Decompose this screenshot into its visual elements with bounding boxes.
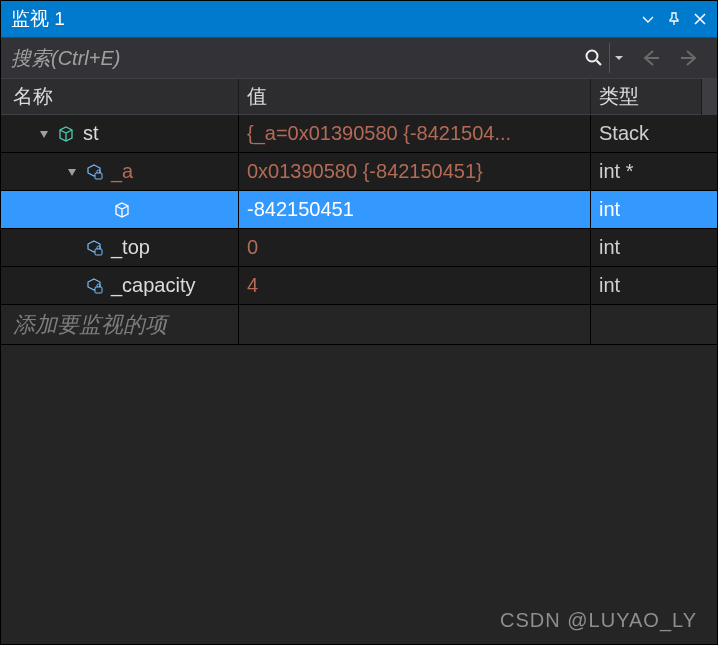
type-cell: int	[591, 191, 717, 228]
table-row[interactable]: st{_a=0x01390580 {-8421504...Stack	[1, 115, 717, 153]
scrollbar-stub[interactable]	[701, 79, 717, 115]
name-cell[interactable]: _capacity	[1, 267, 239, 304]
name-cell[interactable]: _a	[1, 153, 239, 190]
close-button[interactable]	[689, 8, 711, 30]
svg-rect-3	[95, 287, 102, 293]
svg-point-0	[587, 51, 598, 62]
pin-button[interactable]	[663, 8, 685, 30]
search-bar	[1, 37, 717, 79]
expander-icon[interactable]	[63, 163, 81, 181]
table-row[interactable]: _top0int	[1, 229, 717, 267]
type-cell: int	[591, 267, 717, 304]
object-cube-icon	[55, 123, 77, 145]
grid-container: 名称 值 类型 st{_a=0x01390580 {-8421504...Sta…	[1, 79, 717, 345]
name-label: _top	[111, 236, 150, 259]
add-item-label[interactable]: 添加要监视的项	[1, 305, 239, 344]
name-cell[interactable]: _top	[1, 229, 239, 266]
type-cell: int *	[591, 153, 717, 190]
expander-none	[63, 239, 81, 257]
table-row[interactable]: -842150451int	[1, 191, 717, 229]
field-lock-icon	[83, 161, 105, 183]
expander-icon[interactable]	[35, 125, 53, 143]
watermark: CSDN @LUYAO_LY	[500, 609, 697, 632]
name-label: _capacity	[111, 274, 196, 297]
watch-panel: 监视 1 名称 值 类型 st{_a=	[0, 0, 718, 645]
search-input[interactable]	[11, 47, 579, 70]
value-cell[interactable]: {_a=0x01390580 {-8421504...	[239, 115, 591, 152]
name-label: st	[83, 122, 99, 145]
add-item-row[interactable]: 添加要监视的项	[1, 305, 717, 345]
type-cell: Stack	[591, 115, 717, 152]
value-cell[interactable]: 0x01390580 {-842150451}	[239, 153, 591, 190]
table-row[interactable]: _a0x01390580 {-842150451}int *	[1, 153, 717, 191]
search-button[interactable]	[579, 43, 609, 73]
value-cell[interactable]: 0	[239, 229, 591, 266]
title-bar: 监视 1	[1, 1, 717, 37]
search-dropdown[interactable]	[609, 43, 627, 73]
column-header-type[interactable]: 类型	[591, 79, 717, 114]
column-header-name[interactable]: 名称	[1, 79, 239, 114]
svg-rect-2	[95, 249, 102, 255]
field-lock-icon	[83, 275, 105, 297]
nav-forward-button[interactable]	[673, 41, 707, 75]
name-cell[interactable]	[1, 191, 239, 228]
type-cell: int	[591, 229, 717, 266]
expander-none	[91, 201, 109, 219]
nav-back-button[interactable]	[633, 41, 667, 75]
grid-header: 名称 值 类型	[1, 79, 717, 115]
panel-title: 监视 1	[11, 6, 65, 32]
expander-none	[63, 277, 81, 295]
table-row[interactable]: _capacity4int	[1, 267, 717, 305]
column-header-value[interactable]: 值	[239, 79, 591, 114]
window-options-button[interactable]	[637, 8, 659, 30]
object-cube-icon	[111, 199, 133, 221]
value-cell[interactable]: -842150451	[239, 191, 591, 228]
svg-rect-1	[95, 173, 102, 179]
field-lock-icon	[83, 237, 105, 259]
name-label: _a	[111, 160, 133, 183]
empty-area: CSDN @LUYAO_LY	[1, 345, 717, 644]
name-cell[interactable]: st	[1, 115, 239, 152]
rows-container: st{_a=0x01390580 {-8421504...Stack_a0x01…	[1, 115, 717, 305]
value-cell[interactable]: 4	[239, 267, 591, 304]
